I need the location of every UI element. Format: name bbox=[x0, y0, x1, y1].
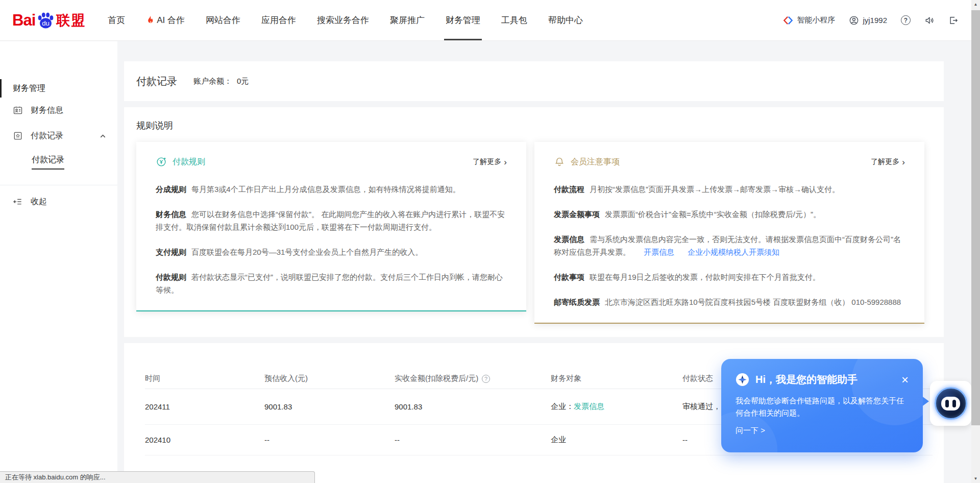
nav-item-ai-coop[interactable]: AI 合作 bbox=[144, 0, 186, 40]
robot-icon bbox=[935, 387, 967, 420]
nav-item-label: 搜索业务合作 bbox=[317, 14, 369, 26]
coin-icon bbox=[156, 156, 167, 167]
scroll-up-arrow[interactable]: ▲ bbox=[971, 0, 980, 9]
small-taxpayer-notice-link[interactable]: 企业小规模纳税人开票须知 bbox=[688, 248, 779, 256]
rule-item-label: 发票信息 bbox=[554, 235, 584, 244]
rule-item-text: 发票票面“价税合计”金额=系统中“实收金额（扣除税费后/元）”。 bbox=[605, 210, 821, 219]
miniprogram-label: 智能小程序 bbox=[797, 15, 835, 25]
rule-item-label: 财务信息 bbox=[156, 210, 186, 219]
column-header: 时间 bbox=[145, 374, 264, 383]
rule-item: 邮寄纸质发票北京市海淀区西北旺东路10号院百度科技园5号楼 百度联盟财务组（收）… bbox=[554, 296, 905, 308]
rule-item-text: 若付款状态显示“已支付”，说明联盟已安排了您的付款。支付后三个工作日内到帐，请您… bbox=[156, 273, 503, 294]
nav-item-help-center[interactable]: 帮助中心 bbox=[547, 0, 584, 40]
sidebar-item-payment-records[interactable]: 付款记录 bbox=[0, 123, 117, 149]
column-header: 财务对象 bbox=[551, 374, 682, 383]
sidebar-collapse-button[interactable]: 收起 bbox=[0, 190, 117, 213]
rule-item: 付款规则若付款状态显示“已支付”，说明联盟已安排了您的付款。支付后三个工作日内到… bbox=[156, 271, 507, 296]
cell-finance-target: 企业 bbox=[551, 435, 682, 445]
sidebar-subitem-payment-records[interactable]: 付款记录 bbox=[0, 149, 117, 170]
logout-icon[interactable] bbox=[948, 15, 959, 26]
logo-text-union: 联盟 bbox=[56, 11, 86, 30]
nav-item-home[interactable]: 首页 bbox=[106, 0, 127, 40]
rule-item-label: 分成规则 bbox=[156, 185, 186, 194]
baidu-paw-icon: du bbox=[36, 11, 55, 30]
rule-item-label: 邮寄纸质发票 bbox=[554, 298, 600, 306]
sound-icon[interactable] bbox=[924, 15, 935, 26]
rules-section-title: 规则说明 bbox=[136, 119, 932, 132]
rule-card-title: 会员注意事项 bbox=[571, 157, 620, 167]
svg-text:du: du bbox=[42, 19, 50, 27]
sidebar-subitem-label: 付款记录 bbox=[32, 155, 64, 170]
balance-label: 账户余额： bbox=[193, 77, 232, 85]
ask-now-link[interactable]: 问一下 > bbox=[736, 426, 909, 436]
rule-item-text: 联盟在每月19日之后签收的发票，付款时间安排在下个月首批支付。 bbox=[590, 273, 820, 281]
sidebar-item-label: 财务信息 bbox=[31, 105, 63, 116]
nav-item-label: 网站合作 bbox=[206, 14, 240, 26]
nav-item-label: 首页 bbox=[108, 14, 125, 26]
chevron-right-icon: › bbox=[902, 158, 905, 166]
compass-icon bbox=[736, 373, 749, 387]
assistant-robot-button[interactable] bbox=[930, 381, 971, 426]
nav-item-website-coop[interactable]: 网站合作 bbox=[204, 0, 242, 40]
sidebar-divider bbox=[0, 185, 117, 185]
rules-section: 规则说明 付款规则 了解更多 › bbox=[124, 107, 944, 337]
invoice-info-table-link[interactable]: 发票信息 bbox=[574, 402, 604, 410]
rule-item: 付款事项联盟在每月19日之后签收的发票，付款时间安排在下个月首批支付。 bbox=[554, 271, 905, 283]
cell-finance-target: 企业：发票信息 bbox=[551, 402, 682, 412]
rule-item-label: 支付规则 bbox=[156, 248, 186, 256]
logo-text-bai: Bai bbox=[12, 11, 35, 30]
sidebar-group-label: 财务管理 bbox=[13, 83, 45, 94]
id-card-icon bbox=[13, 105, 23, 115]
bell-icon bbox=[554, 156, 565, 167]
scroll-down-arrow[interactable]: ▼ bbox=[971, 474, 980, 483]
nav-item-finance[interactable]: 财务管理 bbox=[444, 0, 482, 40]
column-header: 实收金额(扣除税费后/元)? bbox=[395, 374, 551, 383]
column-help-icon[interactable]: ? bbox=[482, 375, 490, 383]
sidebar-group-finance-management[interactable]: 财务管理 bbox=[0, 79, 117, 98]
collapse-icon bbox=[13, 197, 23, 207]
sidebar-item-finance-info[interactable]: 财务信息 bbox=[0, 98, 117, 123]
nav-item-app-coop[interactable]: 应用合作 bbox=[260, 0, 298, 40]
user-account[interactable]: jyj1992 bbox=[849, 15, 887, 26]
nav-item-toolkit[interactable]: 工具包 bbox=[500, 0, 529, 40]
help-circle-icon[interactable]: ? bbox=[901, 15, 911, 25]
rule-item-label: 付款规则 bbox=[156, 273, 186, 281]
miniprogram-diamond-icon bbox=[783, 15, 793, 26]
assistant-popup: Hi，我是您的智能助手 × 我会帮助您诊断合作链路问题，以及解答您关于任何合作相… bbox=[721, 359, 923, 452]
rule-item: 发票金额事项发票票面“价税合计”金额=系统中“实收金额（扣除税费后/元）”。 bbox=[554, 208, 905, 221]
nav-item-label: 工具包 bbox=[501, 14, 527, 26]
user-icon bbox=[849, 15, 859, 26]
scrollbar[interactable]: ▲ ▼ bbox=[971, 0, 980, 483]
chevron-right-icon: › bbox=[504, 158, 507, 166]
nav-item-search-coop[interactable]: 搜索业务合作 bbox=[315, 0, 371, 40]
miniprogram-link[interactable]: 智能小程序 bbox=[783, 15, 835, 26]
column-header: 预估收入(元) bbox=[264, 374, 395, 383]
rule-item-text: 北京市海淀区西北旺东路10号院百度科技园5号楼 百度联盟财务组（收） 010-5… bbox=[605, 298, 901, 306]
nav-item-label: 聚屏推广 bbox=[390, 14, 425, 26]
nav-item-label: AI 合作 bbox=[157, 14, 185, 26]
baidu-union-logo[interactable]: Bai du 联盟 bbox=[12, 0, 86, 40]
learn-more-link[interactable]: 了解更多 › bbox=[473, 157, 507, 166]
invoice-info-link[interactable]: 开票信息 bbox=[644, 248, 674, 256]
collapse-label: 收起 bbox=[31, 197, 47, 207]
rule-item: 支付规则百度联盟会在每月20号—31号支付企业会员上个自然月产生的收入。 bbox=[156, 246, 507, 258]
cell-time: 202411 bbox=[145, 402, 264, 411]
assistant-message: 我会帮助您诊断合作链路问题，以及解答您关于任何合作相关的问题。 bbox=[736, 395, 910, 419]
chevron-up-icon bbox=[100, 133, 106, 139]
rule-item-text: 百度联盟会在每月20号—31号支付企业会员上个自然月产生的收入。 bbox=[191, 248, 423, 256]
nav-item-screen-promo[interactable]: 聚屏推广 bbox=[388, 0, 426, 40]
badge-star-icon bbox=[13, 131, 23, 141]
rule-item: 分成规则每月第3或4个工作日产出上月分成信息及发票信息，如有特殊情况将提前通知。 bbox=[156, 183, 507, 196]
member-notes-card: 会员注意事项 了解更多 › 付款流程月初按“发票信息”页面开具发票→上传发票→邮… bbox=[534, 142, 924, 324]
cell-actual-amount: -- bbox=[395, 436, 551, 444]
nav-item-label: 帮助中心 bbox=[548, 14, 583, 26]
rule-item-text: 月初按“发票信息”页面开具发票→上传发票→邮寄发票→审核→确认支付。 bbox=[590, 185, 840, 194]
rule-item: 财务信息您可以在财务信息中选择“保留付款”。 在此期间您产生的收入将在账户内进行… bbox=[156, 208, 507, 233]
rule-item-label: 发票金额事项 bbox=[554, 210, 600, 219]
scrollbar-thumb[interactable] bbox=[971, 10, 980, 425]
assistant-title: Hi，我是您的智能助手 bbox=[755, 373, 857, 387]
learn-more-link[interactable]: 了解更多 › bbox=[871, 157, 905, 166]
nav-item-label: 应用合作 bbox=[261, 14, 296, 26]
sidebar-item-label: 付款记录 bbox=[31, 131, 63, 141]
close-icon[interactable]: × bbox=[901, 374, 909, 386]
